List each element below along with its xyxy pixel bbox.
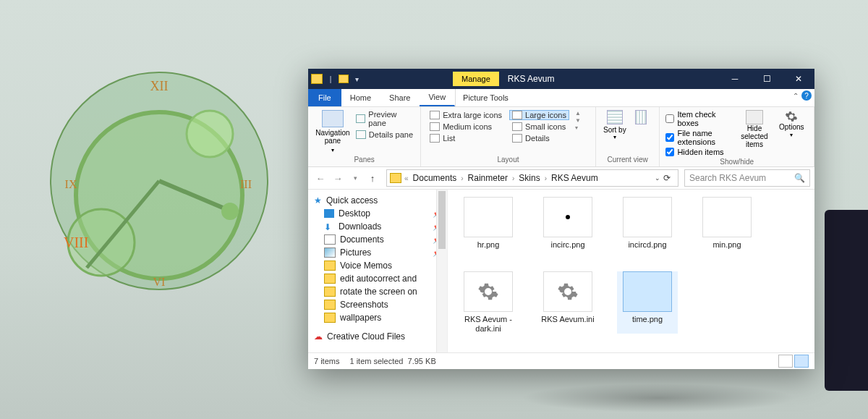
file-name-label: RKS Aevum.ini <box>541 315 594 324</box>
breadcrumb[interactable]: RKS Aevum <box>550 173 600 183</box>
file-name-label: RKS Aevum - dark.ini <box>458 315 519 334</box>
details-view-button[interactable] <box>778 355 793 368</box>
layout-group-label: Layout <box>427 154 590 165</box>
details-button[interactable]: Details <box>509 133 569 143</box>
sort-by-button[interactable]: Sort by ▾ <box>602 110 628 140</box>
list-button[interactable]: List <box>427 133 505 143</box>
folder-icon <box>311 74 323 84</box>
file-tab[interactable]: File <box>308 89 341 106</box>
details-pane-button[interactable]: Details pane <box>356 130 414 139</box>
tab-share[interactable]: Share <box>380 89 420 106</box>
options-button[interactable]: Options ▾ <box>775 110 808 139</box>
file-item[interactable]: incirc.png <box>537 197 598 250</box>
explorer-window: | ▾ Manage RKS Aevum ─ ☐ ✕ File Home Sha… <box>308 69 814 369</box>
breadcrumb-bar[interactable]: « Documents› Rainmeter› Skins› RKS Aevum… <box>386 169 678 187</box>
svg-point-2 <box>187 111 233 157</box>
folder-small-icon <box>339 75 349 83</box>
file-extensions-checkbox[interactable]: File name extensions <box>665 129 733 146</box>
status-bar: 7 items 1 item selected 7.95 KB <box>308 352 814 369</box>
layout-more-icon[interactable]: ▾ <box>575 124 581 131</box>
collapse-ribbon-icon[interactable]: ⌃ <box>793 92 799 100</box>
extra-large-icons-button[interactable]: Extra large icons <box>427 110 505 120</box>
layout-scroll-up-icon[interactable]: ▲ <box>575 110 581 117</box>
svg-text:IX: IX <box>65 178 77 190</box>
breadcrumb[interactable]: Rainmeter <box>467 173 509 183</box>
manage-contextual-tab[interactable]: Manage <box>453 72 499 86</box>
nav-item-creative-cloud[interactable]: ☁Creative Cloud Files <box>311 330 444 343</box>
svg-text:III: III <box>240 178 252 190</box>
file-item[interactable]: time.png <box>617 271 678 334</box>
nav-item-downloads[interactable]: ⬇Downloads📌 <box>311 220 444 233</box>
forward-button[interactable]: → <box>330 170 346 186</box>
hide-selected-button[interactable]: Hide selected items <box>738 110 770 148</box>
background-device <box>825 210 868 391</box>
back-button[interactable]: ← <box>312 170 328 186</box>
refresh-icon[interactable]: ⟳ <box>663 173 671 183</box>
preview-pane-button[interactable]: Preview pane <box>356 110 414 127</box>
show-hide-group-label: Show/hide <box>665 156 808 167</box>
tab-view[interactable]: View <box>420 89 455 106</box>
nav-item-voice-memos[interactable]: Voice Memos <box>311 259 444 272</box>
ribbon: Navigation pane ▾ Preview pane Details p… <box>308 107 814 167</box>
title-bar[interactable]: | ▾ Manage RKS Aevum ─ ☐ ✕ <box>308 69 814 89</box>
minimize-button[interactable]: ─ <box>719 69 751 89</box>
nav-item-edit-autocorrect[interactable]: edit autocorrect and <box>311 272 444 285</box>
svg-text:VIII: VIII <box>64 234 88 250</box>
quick-access-toolbar: | ▾ <box>308 72 366 85</box>
item-check-boxes-checkbox[interactable]: Item check boxes <box>665 110 733 127</box>
breadcrumb[interactable]: Skins <box>517 173 541 183</box>
qat-dropdown-icon[interactable]: ▾ <box>350 72 363 85</box>
medium-icons-button[interactable]: Medium icons <box>427 122 505 132</box>
file-name-label: time.png <box>632 315 663 324</box>
tab-home[interactable]: Home <box>341 89 380 106</box>
current-view-group-label: Current view <box>602 154 654 165</box>
add-columns-button[interactable] <box>632 110 647 124</box>
svg-text:VI: VI <box>153 276 166 288</box>
reflection <box>521 384 796 412</box>
picture-tools-tab[interactable]: Picture Tools <box>455 89 516 106</box>
window-title: RKS Aevum <box>508 74 555 84</box>
file-name-label: incircd.png <box>628 240 666 250</box>
breadcrumb[interactable]: Documents <box>412 173 459 183</box>
hidden-items-checkbox[interactable]: Hidden items <box>665 148 733 156</box>
up-button[interactable]: ↑ <box>365 170 380 186</box>
layout-scroll-down-icon[interactable]: ▼ <box>575 117 581 124</box>
file-item[interactable]: RKS Aevum - dark.ini <box>458 271 519 334</box>
nav-item-rotate-screen[interactable]: rotate the screen on <box>311 285 444 298</box>
file-name-label: min.png <box>712 240 741 250</box>
file-item[interactable]: RKS Aevum.ini <box>537 271 598 334</box>
navigation-pane[interactable]: ★Quick access Desktop📌 ⬇Downloads📌 Docum… <box>308 190 448 352</box>
divider-icon: | <box>324 72 337 85</box>
file-item[interactable]: hr.png <box>458 197 519 250</box>
large-icons-button[interactable]: Large icons <box>509 110 569 120</box>
selection-info: 1 item selected 7.95 KB <box>349 357 435 365</box>
close-button[interactable]: ✕ <box>783 69 814 89</box>
file-list[interactable]: hr.pngincirc.pngincircd.pngmin.pngRKS Ae… <box>448 190 814 352</box>
svg-text:XII: XII <box>150 79 169 93</box>
nav-item-documents[interactable]: Documents📌 <box>311 233 444 246</box>
nav-item-pictures[interactable]: Pictures📌 <box>311 246 444 259</box>
file-item[interactable]: min.png <box>697 197 757 250</box>
nav-item-wallpapers[interactable]: wallpapers <box>311 311 444 324</box>
navigation-pane-button[interactable]: Navigation pane ▾ <box>314 110 352 154</box>
nav-item-screenshots[interactable]: Screenshots <box>311 298 444 311</box>
search-icon: 🔍 <box>794 173 805 183</box>
svg-point-6 <box>221 203 239 220</box>
folder-icon <box>390 173 401 183</box>
file-item[interactable]: incircd.png <box>617 197 678 250</box>
ribbon-tab-bar: File Home Share View Picture Tools ⌃ ? <box>308 89 814 107</box>
nav-item-desktop[interactable]: Desktop📌 <box>311 207 444 220</box>
item-count: 7 items <box>314 357 339 365</box>
maximize-button[interactable]: ☐ <box>751 69 783 89</box>
nav-scrollbar[interactable] <box>436 190 447 352</box>
file-name-label: hr.png <box>477 240 500 250</box>
large-icons-view-button[interactable] <box>794 355 809 368</box>
quick-access-header[interactable]: ★Quick access <box>311 194 444 207</box>
small-icons-button[interactable]: Small icons <box>509 122 569 132</box>
file-name-label: incirc.png <box>550 240 584 250</box>
search-input[interactable]: Search RKS Aevum 🔍 <box>684 169 810 187</box>
recent-dropdown-icon[interactable]: ▾ <box>347 170 363 186</box>
help-icon[interactable]: ? <box>801 90 812 101</box>
address-dropdown-icon[interactable]: ⌄ <box>655 174 660 182</box>
panes-group-label: Panes <box>314 154 414 165</box>
